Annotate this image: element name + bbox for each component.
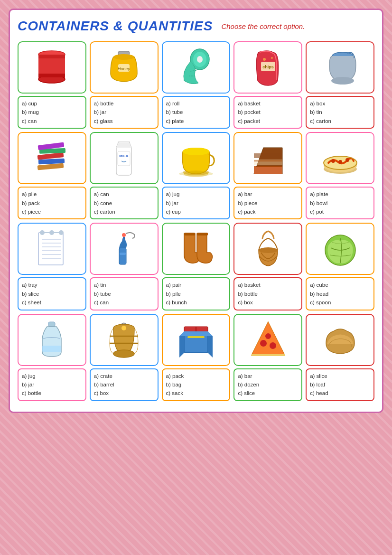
option-line: a) can xyxy=(94,190,154,198)
option-line: c) cup xyxy=(166,207,226,216)
options-box: a) barb) dozenc) slice xyxy=(233,368,302,401)
exercise-cell: a) sliceb) loafc) head xyxy=(306,314,374,401)
options-box: a) crateb) barrelc) box xyxy=(90,368,159,401)
image-bottle xyxy=(18,314,86,366)
page-subtitle: Choose the correct option. xyxy=(221,22,305,30)
svg-point-44 xyxy=(338,160,342,164)
option-line: a) crate xyxy=(94,372,154,380)
option-line: b) bag xyxy=(166,380,226,389)
image-toothpaste xyxy=(90,223,159,275)
image-paper xyxy=(18,223,86,275)
svg-rect-36 xyxy=(254,160,282,165)
option-line: a) pair xyxy=(166,281,226,289)
option-line: a) jug xyxy=(166,190,226,198)
option-line: b) tin xyxy=(310,108,370,116)
option-line: a) roll xyxy=(166,99,226,108)
exercise-cell: chips a) basketb) pocketc) packet xyxy=(233,41,302,129)
image-boots xyxy=(162,223,231,275)
svg-rect-3 xyxy=(38,55,65,58)
option-line: b) jar xyxy=(22,380,82,389)
exercise-cell: a) pairb) pilec) bunch xyxy=(162,223,231,310)
exercise-cell: a) packb) bagc) sack xyxy=(162,314,231,401)
image-jar: Honey xyxy=(90,41,159,94)
svg-point-45 xyxy=(345,158,349,162)
options-box: a) bottleb) jarc) glass xyxy=(90,96,159,129)
svg-point-81 xyxy=(260,340,267,347)
option-line: b) cone xyxy=(94,199,154,207)
option-line: a) tray xyxy=(22,281,82,289)
option-line: a) basket xyxy=(238,281,298,289)
svg-point-63 xyxy=(259,247,278,253)
option-line: c) can xyxy=(22,117,82,125)
svg-point-17 xyxy=(263,58,266,61)
image-pizza xyxy=(233,314,302,366)
option-line: b) tube xyxy=(166,108,226,116)
option-line: c) glass xyxy=(94,117,154,125)
svg-rect-37 xyxy=(254,153,282,158)
option-line: b) pack xyxy=(22,199,82,207)
option-line: c) piece xyxy=(22,207,82,216)
option-line: a) bar xyxy=(238,372,298,380)
option-line: c) can xyxy=(94,298,154,307)
option-line: a) plate xyxy=(310,190,370,198)
svg-point-12 xyxy=(197,56,203,63)
image-barrel xyxy=(90,314,159,366)
image-bread xyxy=(306,314,374,366)
option-line: c) box xyxy=(94,389,154,397)
option-line: a) cube xyxy=(310,281,370,289)
options-box: a) basketb) pocketc) packet xyxy=(233,96,302,129)
option-line: c) head xyxy=(310,389,370,397)
option-line: c) slice xyxy=(238,389,298,397)
image-cake xyxy=(233,132,302,184)
image-cabbage xyxy=(306,223,374,275)
option-line: a) slice xyxy=(310,372,370,380)
exercise-cell: a) crateb) barrelc) box xyxy=(90,314,159,401)
options-box: a) packb) bagc) sack xyxy=(162,368,231,401)
option-line: a) bottle xyxy=(94,99,154,108)
svg-rect-66 xyxy=(42,346,61,352)
exercise-cell: a) pileb) packc) piece xyxy=(18,132,86,219)
svg-rect-58 xyxy=(119,248,126,264)
options-box: a) pairb) pilec) bunch xyxy=(162,277,231,310)
exercise-cell: a) cubeb) headc) spoon xyxy=(306,223,374,310)
options-box: a) jugb) jarc) bottle xyxy=(18,368,86,401)
exercise-cell: a) barb) dozenc) slice xyxy=(233,314,302,401)
svg-point-18 xyxy=(271,57,273,59)
svg-point-82 xyxy=(270,342,276,349)
option-line: a) pack xyxy=(166,372,226,380)
svg-point-7 xyxy=(113,54,134,60)
header: CONTAINERS & QUANTITIES Choose the corre… xyxy=(18,19,374,34)
exercise-cell: a) rollb) tubec) plate xyxy=(162,41,231,129)
svg-rect-62 xyxy=(197,233,208,235)
option-line: c) sack xyxy=(166,389,226,397)
svg-point-30 xyxy=(183,148,209,155)
option-line: b) dozen xyxy=(238,380,298,389)
option-line: b) barrel xyxy=(94,380,154,389)
option-line: c) pack xyxy=(238,207,298,216)
svg-rect-60 xyxy=(120,253,126,255)
svg-text:chips: chips xyxy=(262,65,274,69)
main-page: CONTAINERS & QUANTITIES Choose the corre… xyxy=(9,9,383,413)
svg-point-83 xyxy=(265,333,271,339)
options-box: a) cupb) mugc) can xyxy=(18,96,86,129)
option-line: a) cup xyxy=(22,99,82,108)
options-box: a) jugb) jarc) cup xyxy=(162,187,231,219)
exercise-cell: a) cupb) mugc) can xyxy=(18,41,86,129)
svg-rect-35 xyxy=(254,167,282,174)
option-line: b) slice xyxy=(22,290,82,298)
image-pasta xyxy=(306,132,374,184)
option-line: c) box xyxy=(238,298,298,307)
image-can xyxy=(18,41,86,94)
options-box: a) sliceb) loafc) head xyxy=(306,368,374,401)
exercise-cell: a) trayb) slicec) sheet xyxy=(18,223,86,310)
svg-point-71 xyxy=(121,326,126,330)
exercise-cell: a) barb) piecec) pack xyxy=(233,132,302,219)
option-line: b) piece xyxy=(238,199,298,207)
svg-point-68 xyxy=(113,350,134,357)
option-line: b) pocket xyxy=(238,108,298,116)
image-roll xyxy=(162,41,231,94)
svg-rect-61 xyxy=(184,233,195,235)
exercise-cell: a) boxb) tinc) carton xyxy=(306,41,374,129)
options-box: a) basketb) bottlec) box xyxy=(233,277,302,310)
exercise-cell: a) plateb) bowlc) pot xyxy=(306,132,374,219)
